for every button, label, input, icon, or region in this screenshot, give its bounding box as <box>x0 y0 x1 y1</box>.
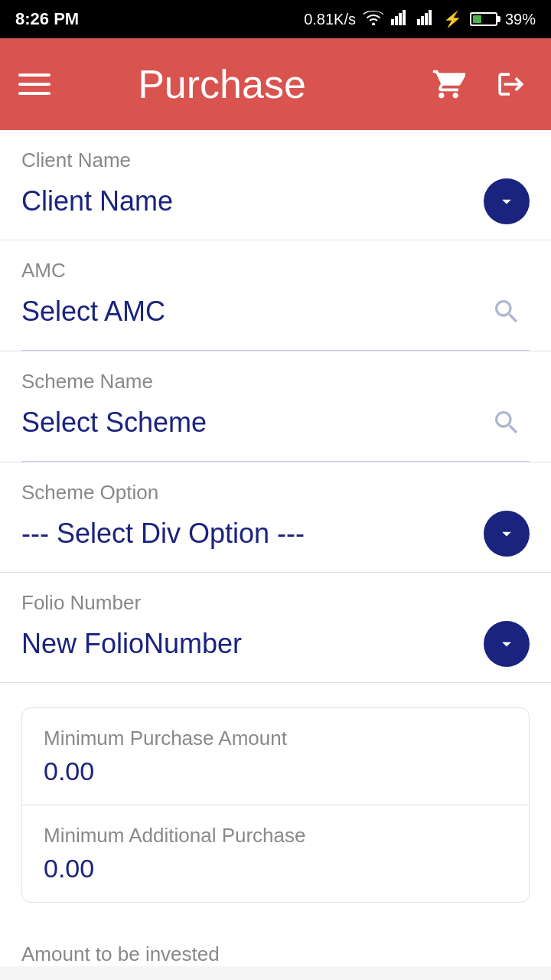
min-additional-value: 0.00 <box>44 854 507 884</box>
scheme-option-value: --- Select Div Option --- <box>21 518 305 550</box>
client-name-field-group: Client Name Client Name <box>0 130 551 240</box>
cart-button[interactable] <box>425 61 471 107</box>
svg-rect-1 <box>395 16 398 25</box>
status-bar: 8:26 PM 0.81K/s <box>0 0 551 38</box>
scheme-option-label: Scheme Option <box>21 481 530 505</box>
folio-number-row: New FolioNumber <box>21 621 530 682</box>
folio-number-field-group: Folio Number New FolioNumber <box>0 573 551 683</box>
min-purchase-value: 0.00 <box>44 756 507 786</box>
charging-icon: ⚡ <box>443 10 462 28</box>
signal2-icon <box>417 10 435 29</box>
svg-rect-0 <box>391 19 394 25</box>
battery-icon <box>470 12 497 26</box>
amc-value: Select AMC <box>21 296 165 328</box>
scheme-option-dropdown[interactable] <box>484 511 530 557</box>
svg-rect-6 <box>425 13 428 25</box>
svg-rect-3 <box>403 10 406 25</box>
svg-rect-4 <box>417 19 420 25</box>
page-title: Purchase <box>18 61 425 107</box>
client-name-label: Client Name <box>21 149 530 172</box>
folio-number-value: New FolioNumber <box>21 628 242 660</box>
scheme-name-label: Scheme Name <box>21 370 530 394</box>
app-bar: Purchase <box>0 38 551 130</box>
scheme-search-button[interactable] <box>484 400 530 446</box>
folio-number-dropdown[interactable] <box>484 621 530 667</box>
amc-row: Select AMC <box>21 289 530 350</box>
scheme-option-field-group: Scheme Option --- Select Div Option --- <box>0 462 551 573</box>
client-name-value: Client Name <box>21 185 173 217</box>
scheme-name-value: Select Scheme <box>21 407 207 439</box>
amc-field-group: AMC Select AMC <box>0 240 551 351</box>
svg-rect-2 <box>399 13 402 25</box>
min-additional-row: Minimum Additional Purchase 0.00 <box>22 805 529 902</box>
scheme-option-row: --- Select Div Option --- <box>21 511 530 572</box>
time: 8:26 PM <box>15 9 79 29</box>
min-additional-label: Minimum Additional Purchase <box>44 824 507 848</box>
content: Client Name Client Name AMC Select AMC S… <box>0 130 551 966</box>
status-icons: 0.81K/s ⚡ <box>304 10 536 29</box>
amount-section: Amount to be invested <box>0 927 551 966</box>
app-bar-actions <box>425 61 533 107</box>
min-purchase-row: Minimum Purchase Amount 0.00 <box>22 708 529 805</box>
min-purchase-label: Minimum Purchase Amount <box>44 727 507 750</box>
svg-rect-7 <box>429 10 432 25</box>
amc-search-button[interactable] <box>484 289 530 335</box>
scheme-name-row: Select Scheme <box>21 400 530 461</box>
amc-label: AMC <box>21 259 530 283</box>
battery-percent: 39% <box>505 11 536 28</box>
info-card: Minimum Purchase Amount 0.00 Minimum Add… <box>21 707 530 903</box>
scheme-name-field-group: Scheme Name Select Scheme <box>0 351 551 462</box>
client-name-row: Client Name <box>21 178 530 240</box>
signal-icon <box>391 10 409 29</box>
svg-rect-5 <box>421 16 424 25</box>
network-speed: 0.81K/s <box>304 11 356 28</box>
amount-label: Amount to be invested <box>21 942 530 966</box>
folio-number-label: Folio Number <box>21 591 530 615</box>
client-name-dropdown[interactable] <box>484 178 530 224</box>
logout-button[interactable] <box>487 61 533 107</box>
wifi-icon <box>364 10 383 29</box>
